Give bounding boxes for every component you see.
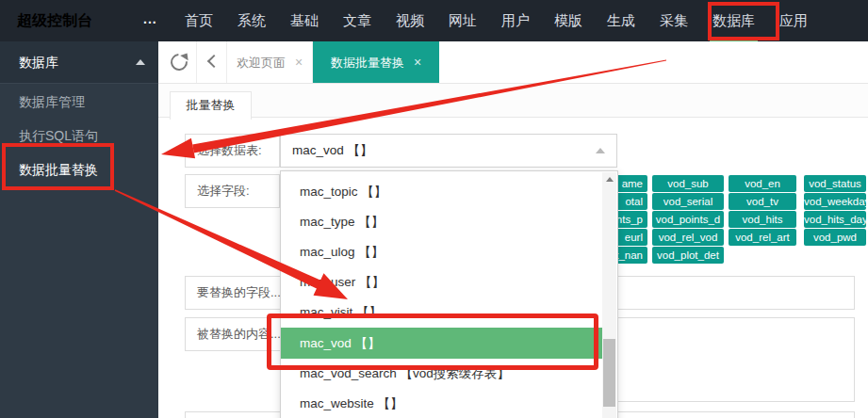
dropdown-option[interactable]: mac_vod_search 【vod搜索缓存表】 [281,359,602,389]
field-tag[interactable]: vod_rel_art [729,229,796,246]
dropdown-option[interactable]: mac_type 【】 [281,207,602,237]
top-navbar: 超级控制台 ... 首页 系统 基础 文章 视频 网址 用户 模版 生成 采集 … [0,0,868,41]
dropdown-option[interactable]: mac_website 【】 [281,389,602,418]
field-tag[interactable]: vod_hits [729,211,796,228]
dropdown-scrollbar[interactable] [602,172,616,418]
tab-batch-replace[interactable]: 数据批量替换× [313,41,439,83]
top-nav-menu: 首页 系统 基础 文章 视频 网址 用户 模版 生成 采集 数据库 应用 [172,0,820,41]
nav-item-video[interactable]: 视频 [384,0,436,41]
nav-item-database[interactable]: 数据库 [700,0,767,41]
refresh-icon[interactable] [170,53,188,72]
dropdown-option[interactable]: mac_ulog 【】 [281,237,602,267]
close-icon[interactable]: × [295,55,303,70]
field-tag[interactable]: vod_en [729,175,796,192]
page-tab-bar: 欢迎页面× 数据批量替换× [158,41,868,84]
tab-welcome-label: 欢迎页面 [237,56,286,70]
dropdown-option-selected[interactable]: mac_vod 【】 [281,328,602,359]
tab-welcome[interactable]: 欢迎页面× [227,41,312,83]
tabbar-separator [196,41,197,83]
label-replace-field: 要替换的字段... [185,276,282,310]
nav-item-collect[interactable]: 采集 [647,0,700,41]
field-tag[interactable]: vod_plot_det [652,247,724,264]
nav-item-template[interactable]: 模版 [542,0,595,41]
dropdown-option[interactable]: mac_visit 【】 [281,297,602,328]
field-tag[interactable]: vod_hits_day [804,211,866,228]
nav-item-basic[interactable]: 基础 [278,0,331,41]
nav-item-generate[interactable]: 生成 [595,0,647,41]
table-select-value: mac_vod 【】 [292,143,373,157]
sidebar-item-exec-sql[interactable]: 执行SQL语句 [0,119,158,153]
label-select-fields: 选择字段: [185,174,280,208]
ellipsis-icon[interactable]: ... [143,0,157,38]
field-tag-column: vod_sub vod_serial vod_points_d vod_rel_… [652,175,724,265]
nav-item-system[interactable]: 系统 [225,0,278,41]
field-tag-column: vod_status vod_weekday vod_hits_day vod_… [804,175,866,247]
close-icon[interactable]: × [414,55,421,70]
chevron-left-icon[interactable] [207,56,219,67]
field-tag-column: vod_en vod_tv vod_hits vod_rel_art [729,175,796,247]
chevron-shape [207,55,221,68]
field-tag[interactable]: vod_weekday [804,193,866,210]
nav-item-app[interactable]: 应用 [767,0,820,41]
sidebar-item-batch-replace[interactable]: 数据批量替换 [0,153,158,186]
inner-tab-batch-replace[interactable]: 批量替换 [170,91,252,120]
field-tag[interactable]: vod_status [804,175,866,192]
sidebar-group-label: 数据库 [0,55,58,70]
field-tag[interactable]: vod_points_d [652,211,724,228]
scroll-down-icon[interactable] [602,413,616,418]
app-window: 超级控制台 ... 首页 系统 基础 文章 视频 网址 用户 模版 生成 采集 … [0,0,868,418]
dropdown-option[interactable]: mac_topic 【】 [281,177,602,207]
field-tag[interactable]: vod_tv [729,193,796,210]
field-tag[interactable]: vod_pwd [804,229,866,246]
label-replaced-content: 被替换的内容... [185,317,282,351]
triangle-up [606,177,614,182]
nav-item-home[interactable]: 首页 [172,0,225,41]
scroll-up-icon[interactable] [602,172,616,186]
table-select[interactable]: mac_vod 【】 [280,134,617,168]
field-tag[interactable]: vod_rel_vod [652,229,724,246]
collapse-caret-icon [136,59,145,65]
select-caret-icon [596,148,605,153]
nav-item-url[interactable]: 网址 [436,0,489,41]
dropdown-option-list: mac_topic 【】 mac_type 【】 mac_ulog 【】 mac… [281,177,602,418]
nav-item-article[interactable]: 文章 [331,0,384,41]
label-row5-cutoff [185,411,282,418]
dropdown-option[interactable]: mac_user 【】 [281,267,602,297]
nav-item-database-label: 数据库 [712,12,755,28]
sidebar-group-database[interactable]: 数据库 [0,41,158,84]
scrollbar-thumb[interactable] [603,339,615,407]
tab-batch-replace-label: 数据批量替换 [331,56,404,70]
app-logo: 超级控制台 [17,0,92,41]
sidebar-item-db-manage[interactable]: 数据库管理 [0,85,158,119]
nav-item-user[interactable]: 用户 [489,0,542,41]
sidebar: 数据库 数据库管理 执行SQL语句 数据批量替换 [0,41,158,418]
label-select-table: 选择数据表: [185,134,280,168]
field-tag[interactable]: vod_sub [652,175,724,192]
field-tag[interactable]: vod_serial [652,193,724,210]
table-select-dropdown: mac_topic 【】 mac_type 【】 mac_ulog 【】 mac… [280,170,618,418]
card-tab-strip [158,84,868,118]
